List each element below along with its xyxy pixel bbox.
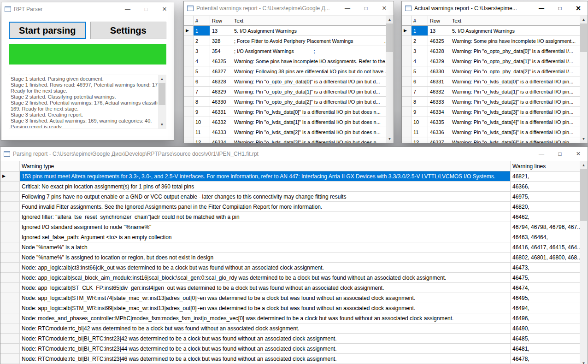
corner-header-cell[interactable]: [184, 16, 194, 26]
grid-cell[interactable]: Warning: Pin "o_lvds_data[3]" is a diffe…: [450, 107, 580, 117]
grid-cell[interactable]: Node: RTCmodule:rtc_bl|BI_RTC:inst23|44 …: [20, 344, 511, 354]
grid-cell[interactable]: 46366,: [511, 182, 580, 192]
table-row[interactable]: 246325Warning: Some pins have incomplete…: [402, 36, 580, 46]
column-header-text[interactable]: Text: [232, 16, 386, 26]
row-header[interactable]: [402, 107, 412, 117]
maximize-button[interactable]: □: [551, 147, 569, 161]
grid-cell[interactable]: 46495,: [511, 293, 580, 303]
table-row[interactable]: 1046332Warning: Pin "o_lvds_data[1]" is …: [184, 117, 386, 127]
grid-cell[interactable]: Warning: Pin "o_opto_phy_data[2]" is a d…: [450, 66, 580, 76]
minimize-button[interactable]: —: [338, 1, 357, 15]
grid-cell[interactable]: 46332: [428, 87, 450, 97]
row-header[interactable]: [184, 97, 194, 107]
grid-cell[interactable]: Node: app_logic:alb|scal_block_aim_modul…: [20, 273, 511, 283]
grid-cell[interactable]: Warning: Pin "o_opto_phy_data[1]" is a d…: [232, 87, 386, 97]
grid-cell[interactable]: 46332: [210, 117, 232, 127]
table-row[interactable]: Node: app_logic:alb|STM_WR:inst74|state_…: [0, 293, 580, 303]
grid-cell[interactable]: 46337: [428, 137, 450, 143]
maximize-button[interactable]: □: [551, 1, 569, 15]
grid-cell[interactable]: 5: [412, 66, 428, 76]
grid-cell[interactable]: Warning: Pin "o_lvds_data[1]" is a diffe…: [450, 87, 580, 97]
row-header[interactable]: [402, 87, 412, 97]
table-row[interactable]: ▶1135. I/O Assignment Warnings: [402, 26, 580, 36]
grid-cell[interactable]: Warning: Pin "o_opto_phy_data[0]" is a d…: [232, 76, 386, 87]
grid-cell[interactable]: 4: [412, 56, 428, 66]
close-button[interactable]: ×: [569, 147, 588, 161]
minimize-button[interactable]: —: [532, 1, 551, 15]
grid-cell[interactable]: Warning: Pin "o_lvds_data[1]" is a diffe…: [232, 117, 386, 127]
grid-cell[interactable]: Found invalid Fitter assignments. See th…: [20, 202, 511, 212]
grid-cell[interactable]: 5. I/O Assignment Warnings: [450, 26, 580, 36]
grid-cell[interactable]: Node: app_logic:alb|STM_WR:inst99|state_…: [20, 303, 511, 313]
row-header[interactable]: [402, 56, 412, 66]
row-header[interactable]: [0, 313, 20, 323]
table-row[interactable]: 3354; I/O Assignment Warnings ;: [184, 46, 386, 56]
table-row[interactable]: Node: RTCmodule:rtc_bl|BI_RTC:inst23|42 …: [0, 334, 580, 344]
table-row[interactable]: Ignored set_false_path: Argument <to> is…: [0, 232, 580, 242]
row-header[interactable]: ▶: [0, 171, 20, 182]
column-header-warning-type[interactable]: Warning type: [20, 161, 511, 171]
start-parsing-button[interactable]: Start parsing: [9, 22, 86, 39]
row-header[interactable]: [184, 107, 194, 117]
grid-cell[interactable]: Node: app_logic:alb|STM_WR:inst74|state_…: [20, 293, 511, 303]
table-row[interactable]: 846330Warning: Pin "o_opto_phy_data[2]" …: [184, 97, 386, 107]
grid-cell[interactable]: 11: [194, 127, 210, 137]
row-header[interactable]: [184, 87, 194, 97]
close-button[interactable]: ×: [155, 2, 174, 16]
table-row[interactable]: 746329Warning: Pin "o_opto_phy_data[1]" …: [184, 87, 386, 97]
row-header[interactable]: [402, 46, 412, 56]
row-header[interactable]: [0, 192, 20, 202]
grid-cell[interactable]: 46325: [210, 56, 232, 66]
grid-cell[interactable]: 5: [194, 66, 210, 76]
scrollbar-thumb[interactable]: [386, 23, 393, 52]
grid-cell[interactable]: 46336: [428, 127, 450, 137]
minimize-button[interactable]: —: [532, 147, 551, 161]
grid-cell[interactable]: 6: [194, 76, 210, 87]
grid-cell[interactable]: Warning: Pin "o_lvds_data[2]" is a diffe…: [450, 97, 580, 107]
row-header[interactable]: ▶: [402, 26, 412, 36]
grid-cell[interactable]: 46327: [210, 66, 232, 76]
scroll-up-icon[interactable]: ▲: [580, 16, 588, 23]
row-header[interactable]: [402, 36, 412, 46]
grid-cell[interactable]: 46329: [210, 87, 232, 97]
grid-cell[interactable]: 10: [194, 117, 210, 127]
column-header-row[interactable]: Row: [210, 16, 232, 26]
table-row[interactable]: 946334Warning: Pin "o_lvds_data[3]" is a…: [402, 107, 580, 117]
grid-cell[interactable]: 46325: [428, 36, 450, 46]
grid-cell[interactable]: 46329: [428, 56, 450, 66]
grid-cell[interactable]: 46802, 46801, 46800, 468...: [511, 252, 580, 263]
grid-cell[interactable]: Node: RTCmodule:rtc_bl|BI_RTC:inst23|42 …: [20, 334, 511, 344]
row-header[interactable]: [402, 127, 412, 137]
settings-button[interactable]: Settings: [90, 22, 167, 39]
maximize-button[interactable]: □: [357, 1, 375, 15]
grid-cell[interactable]: Warning: Some pins have incomplete I/O a…: [232, 56, 386, 66]
vertical-scrollbar[interactable]: ▲ ▼: [386, 16, 394, 143]
scroll-up-icon[interactable]: ▲: [386, 16, 394, 23]
vertical-scrollbar[interactable]: ▲ ▼: [580, 161, 588, 364]
grid-cell[interactable]: 46416, 46417, 46415, 464...: [511, 242, 580, 252]
log-textbox[interactable]: Stage 1 started. Parsing given document.…: [9, 75, 166, 129]
grid-cell[interactable]: 46494,: [511, 303, 580, 313]
scroll-down-icon[interactable]: ▼: [580, 135, 588, 143]
grid-cell[interactable]: 13: [210, 26, 232, 36]
grid-cell[interactable]: 46331: [210, 107, 232, 117]
row-header[interactable]: [0, 252, 20, 263]
row-header[interactable]: [402, 76, 412, 87]
table-row[interactable]: 1246337Warning: Pin "o_lvds_data[6]" is …: [402, 137, 580, 143]
grid-cell[interactable]: Warning: Pin "o_lvds_data[3]" is a diffe…: [232, 137, 386, 143]
titlebar[interactable]: Potential warnings report - C:\Users\epi…: [184, 1, 394, 15]
table-row[interactable]: Ignored I/O standard assignment to node …: [0, 222, 580, 232]
grid-cell[interactable]: 46334: [428, 107, 450, 117]
table-row[interactable]: 1146333Warning: Pin "o_lvds_data[2]" is …: [184, 127, 386, 137]
table-row[interactable]: 446325Warning: Some pins have incomplete…: [184, 56, 386, 66]
grid-cell[interactable]: Node: app_logic:alb|ct3:inst66|clk_out w…: [20, 263, 511, 273]
grid-cell[interactable]: 8: [194, 97, 210, 107]
grid-cell[interactable]: Following 7 pins have no output enable o…: [20, 192, 511, 202]
table-row[interactable]: Following 7 pins have no output enable o…: [0, 192, 580, 202]
grid-cell[interactable]: 2: [194, 36, 210, 46]
table-row[interactable]: 646331Warning: Pin "o_lvds_data[0]" is a…: [402, 76, 580, 87]
row-header[interactable]: [184, 66, 194, 76]
row-header[interactable]: [0, 344, 20, 354]
row-header[interactable]: [184, 46, 194, 56]
table-row[interactable]: Ignored filter: "altera_tse_reset_synchr…: [0, 212, 580, 222]
